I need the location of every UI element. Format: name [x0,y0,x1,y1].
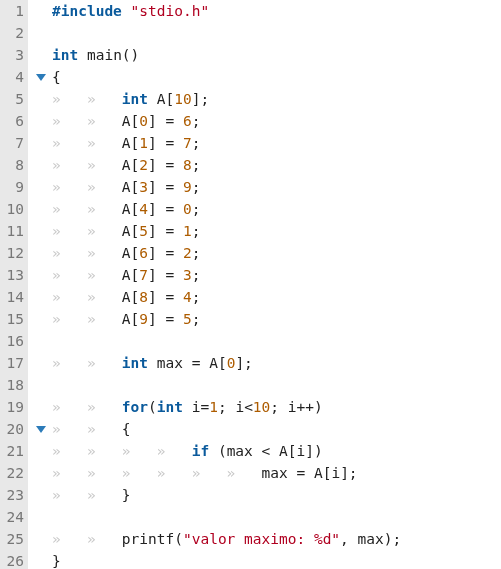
code-line[interactable]: int main() [52,44,501,66]
token-punc: ; [192,267,201,283]
line-number: 11 [0,220,26,242]
code-line[interactable]: » » A[4] = 0; [52,198,501,220]
token-punc: ] = [148,311,183,327]
token-punc: [ [131,135,140,151]
indent-guide: » [52,311,87,327]
fold-toggle-icon[interactable] [32,66,50,88]
line-number: 20 [0,418,26,440]
token-punc: ; [192,157,201,173]
code-line[interactable]: } [52,550,501,569]
token-punc [148,355,157,371]
code-line[interactable]: » » printf("valor maximo: %d", max); [52,528,501,550]
code-line[interactable]: » » } [52,484,501,506]
code-line[interactable]: » » int A[10]; [52,88,501,110]
token-punc: ( [209,443,226,459]
code-line[interactable]: » » A[2] = 8; [52,154,501,176]
token-punc: ; [192,201,201,217]
code-line[interactable]: » » { [52,418,501,440]
token-ident: A [157,91,166,107]
indent-guide: » [157,443,192,459]
token-punc [78,47,87,63]
token-punc: < [253,443,279,459]
token-type: int [122,355,148,371]
token-num: 6 [183,113,192,129]
token-ident: A [122,135,131,151]
indent-guide: » [52,443,87,459]
token-punc: } [52,553,61,569]
token-punc: [ [131,311,140,327]
indent-guide: » [87,135,122,151]
line-number: 5 [0,88,26,110]
line-number: 23 [0,484,26,506]
token-punc: () [122,47,139,63]
token-num: 8 [139,289,148,305]
indent-guide: » [52,179,87,195]
token-punc: ] = [148,201,183,217]
indent-guide: » [87,267,122,283]
token-num: 4 [183,289,192,305]
code-line[interactable] [52,330,501,352]
token-punc: ; [192,289,201,305]
indent-guide: » [87,201,122,217]
line-number: 21 [0,440,26,462]
indent-guide: » [52,91,87,107]
code-line[interactable]: #include "stdio.h" [52,0,501,22]
code-line[interactable]: » » for(int i=1; i<10; i++) [52,396,501,418]
code-line[interactable]: » » A[9] = 5; [52,308,501,330]
token-punc: ; [270,399,287,415]
token-punc: ; [192,311,201,327]
code-area[interactable]: #include "stdio.h"int main(){» » int A[1… [52,0,501,569]
code-editor[interactable]: 1234567891011121314151617181920212223242… [0,0,501,569]
token-ident: A [122,113,131,129]
token-ident: max [227,443,253,459]
token-num: 2 [183,245,192,261]
token-num: 8 [183,157,192,173]
indent-guide: » [52,355,87,371]
token-num: 2 [139,157,148,173]
code-line[interactable]: » » A[0] = 6; [52,110,501,132]
line-number: 16 [0,330,26,352]
indent-guide: » [87,421,122,437]
token-num: 10 [174,91,191,107]
token-punc: [ [131,113,140,129]
code-line[interactable]: » » A[5] = 1; [52,220,501,242]
token-ident: A [122,289,131,305]
token-kw: #include [52,3,122,19]
code-line[interactable]: » » » » if (max < A[i]) [52,440,501,462]
indent-guide: » [87,487,122,503]
token-num: 5 [139,223,148,239]
indent-guide: » [227,465,262,481]
token-ident: main [87,47,122,63]
indent-guide: » [52,531,87,547]
code-line[interactable]: » » A[3] = 9; [52,176,501,198]
token-num: 1 [209,399,218,415]
code-line[interactable] [52,22,501,44]
fold-toggle-icon[interactable] [32,418,50,440]
indent-guide: » [52,245,87,261]
token-num: 7 [183,135,192,151]
line-number: 8 [0,154,26,176]
token-punc: ] = [148,289,183,305]
code-line[interactable] [52,506,501,528]
token-punc: [ [131,157,140,173]
line-number: 14 [0,286,26,308]
code-line[interactable]: » » int max = A[0]; [52,352,501,374]
code-line[interactable]: » » A[8] = 4; [52,286,501,308]
code-line[interactable]: » » A[1] = 7; [52,132,501,154]
token-str: "stdio.h" [131,3,210,19]
token-ident: A [122,267,131,283]
line-number: 2 [0,22,26,44]
code-line[interactable] [52,374,501,396]
code-line[interactable]: » » A[7] = 3; [52,264,501,286]
token-punc: ; [192,179,201,195]
line-number: 22 [0,462,26,484]
indent-guide: » [87,223,122,239]
code-line[interactable]: { [52,66,501,88]
indent-guide: » [87,157,122,173]
code-line[interactable]: » » » » » » max = A[i]; [52,462,501,484]
indent-guide: » [52,113,87,129]
code-line[interactable]: » » A[6] = 2; [52,242,501,264]
token-punc: ] = [148,135,183,151]
token-ident: i [331,465,340,481]
token-ident: A [122,223,131,239]
